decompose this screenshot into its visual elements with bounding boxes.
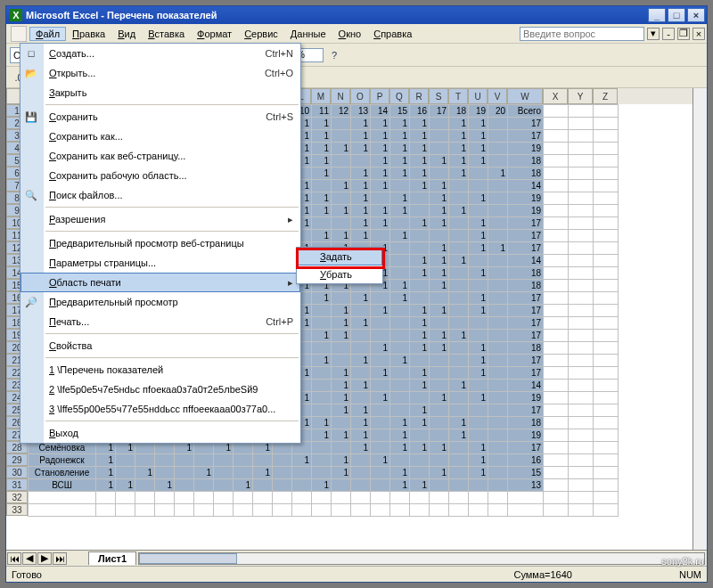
cell[interactable]: 1 (390, 130, 410, 143)
cell[interactable]: 1 (351, 292, 371, 305)
menu-справка[interactable]: Справка (367, 27, 418, 41)
cell[interactable] (569, 454, 594, 467)
cell[interactable] (569, 255, 594, 267)
cell[interactable] (569, 367, 594, 380)
cell[interactable]: 1 (312, 479, 332, 492)
cell[interactable] (544, 442, 569, 454)
cell[interactable] (569, 429, 594, 442)
cell[interactable]: 18 (508, 280, 544, 292)
cell[interactable] (469, 255, 488, 267)
cell[interactable] (569, 492, 594, 504)
menu-данные[interactable]: Данные (284, 27, 332, 41)
cell[interactable] (569, 242, 594, 255)
cell[interactable] (430, 118, 449, 130)
cell[interactable] (234, 492, 253, 504)
cell[interactable]: 16 (410, 105, 430, 118)
cell[interactable] (214, 467, 234, 479)
cell[interactable] (544, 130, 569, 143)
file-menu-item[interactable]: 1 \Перечень показателей (20, 360, 300, 380)
cell[interactable]: 1 (410, 317, 430, 330)
submenu-item[interactable]: Задать (297, 248, 382, 265)
cell[interactable]: 1 (390, 292, 410, 305)
cell[interactable]: 1 (351, 130, 371, 143)
cell[interactable]: 1 (332, 404, 351, 417)
cell[interactable] (312, 392, 332, 404)
cell[interactable] (569, 217, 594, 230)
cell[interactable] (469, 180, 488, 192)
cell[interactable] (594, 417, 619, 429)
cell[interactable] (488, 342, 508, 355)
cell[interactable] (135, 454, 155, 467)
cell[interactable]: 1 (351, 317, 371, 330)
cell[interactable] (544, 255, 569, 267)
cell[interactable]: 1 (410, 143, 430, 155)
cell[interactable] (544, 180, 569, 192)
cell[interactable] (410, 192, 430, 205)
cell[interactable] (371, 404, 390, 417)
cell[interactable] (371, 429, 390, 442)
cell[interactable]: 13 (508, 479, 544, 492)
cell[interactable]: 1 (430, 192, 449, 205)
cell[interactable]: 1 (430, 205, 449, 217)
tab-first-icon[interactable]: ⏮ (7, 552, 21, 565)
cell[interactable]: 1 (410, 380, 430, 392)
cell[interactable]: 1 (371, 454, 390, 467)
cell[interactable] (594, 292, 619, 305)
cell[interactable] (390, 380, 410, 392)
column-header[interactable]: O (350, 88, 370, 104)
cell[interactable] (430, 292, 449, 305)
cell[interactable] (390, 242, 410, 255)
cell[interactable]: 1 (390, 155, 410, 167)
cell[interactable] (430, 404, 449, 417)
cell[interactable] (488, 305, 508, 317)
cell[interactable] (488, 205, 508, 217)
cell[interactable] (469, 429, 488, 442)
file-menu[interactable]: □Создать...Ctrl+N📂Открыть...Ctrl+OЗакрыт… (20, 43, 301, 444)
cell[interactable] (371, 355, 390, 367)
menu-файл[interactable]: Файл (29, 27, 66, 41)
cell[interactable]: 1 (371, 367, 390, 380)
cell[interactable]: 1 (312, 118, 332, 130)
cell[interactable]: 1 (312, 429, 332, 442)
cell[interactable] (430, 230, 449, 242)
cell[interactable] (594, 130, 619, 143)
cell[interactable] (155, 467, 175, 479)
cell[interactable] (332, 192, 351, 205)
cell[interactable] (430, 143, 449, 155)
cell[interactable] (351, 330, 371, 342)
cell[interactable] (410, 429, 430, 442)
cell[interactable]: 1 (351, 355, 371, 367)
print-area-submenu[interactable]: ЗадатьУбрать (296, 247, 383, 284)
cell[interactable] (544, 217, 569, 230)
cell[interactable]: 17 (508, 230, 544, 242)
cell[interactable] (488, 380, 508, 392)
cell[interactable] (569, 479, 594, 492)
cell[interactable] (292, 479, 312, 492)
menu-вставка[interactable]: Вставка (142, 27, 191, 41)
cell[interactable]: 19 (508, 205, 544, 217)
cell[interactable]: 1 (410, 167, 430, 180)
cell[interactable]: 1 (332, 230, 351, 242)
cell[interactable] (332, 504, 351, 517)
cell[interactable]: 1 (390, 143, 410, 155)
cell[interactable] (449, 217, 469, 230)
cell[interactable]: 14 (371, 105, 390, 118)
cell[interactable] (569, 180, 594, 192)
cell[interactable]: 1 (312, 167, 332, 180)
file-menu-item[interactable]: Сохранить рабочую область... (20, 166, 300, 185)
cell[interactable]: 1 (390, 192, 410, 205)
cell[interactable] (430, 380, 449, 392)
cell[interactable]: 1 (351, 230, 371, 242)
cell[interactable]: 17 (508, 242, 544, 255)
cell[interactable] (594, 317, 619, 330)
cell[interactable]: 1 (410, 180, 430, 192)
cell[interactable] (508, 492, 544, 504)
cell[interactable]: 1 (371, 180, 390, 192)
cell[interactable] (469, 317, 488, 330)
cell[interactable] (594, 155, 619, 167)
cell[interactable] (371, 230, 390, 242)
cell[interactable]: 1 (312, 155, 332, 167)
cell[interactable]: 1 (410, 479, 430, 492)
cell[interactable] (488, 180, 508, 192)
file-menu-item[interactable]: Сохранить как веб-страницу... (20, 146, 300, 166)
